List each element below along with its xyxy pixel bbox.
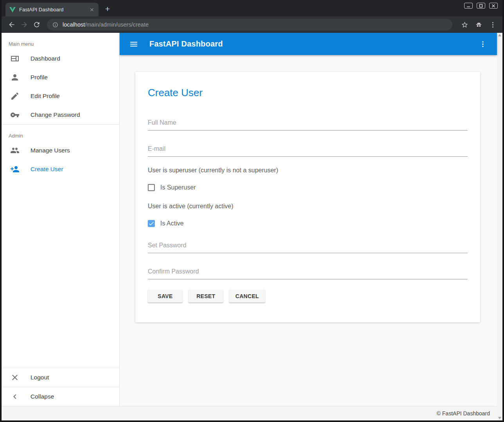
- full-name-input[interactable]: [148, 117, 468, 131]
- confirm-password-input[interactable]: [148, 266, 468, 279]
- is-active-hint: User is active (currently active): [148, 203, 468, 210]
- key-icon: [10, 110, 20, 120]
- is-active-checkbox[interactable]: [148, 220, 155, 227]
- hamburger-menu-icon[interactable]: [129, 39, 139, 49]
- reset-button[interactable]: RESET: [188, 290, 223, 302]
- url-host: localhost: [63, 21, 85, 28]
- cancel-button[interactable]: CANCEL: [229, 290, 265, 302]
- new-tab-button[interactable]: +: [102, 3, 113, 15]
- appbar-kebab-icon[interactable]: [478, 39, 488, 49]
- browser-toolbar: localhost/main/admin/users/create: [2, 16, 502, 33]
- content-area: Create User User is superuser (currently…: [120, 55, 497, 406]
- app-bar: FastAPI Dashboard: [120, 33, 497, 55]
- set-password-field-wrap: [148, 240, 468, 253]
- tab-strip: FastAPI Dashboard +: [2, 0, 502, 16]
- page: Main menu Dashboard Profile: [2, 33, 502, 420]
- main-area: FastAPI Dashboard Create User: [120, 33, 497, 406]
- superuser-hint: User is superuser (currently is not a su…: [148, 167, 468, 174]
- page-title: Create User: [148, 87, 468, 99]
- sidebar-item-edit-profile[interactable]: Edit Profile: [2, 87, 119, 106]
- sidebar-item-logout[interactable]: Logout: [2, 368, 119, 387]
- pencil-icon: [10, 91, 20, 101]
- is-superuser-label: Is Superuser: [160, 184, 196, 191]
- sidebar-item-manage-users[interactable]: Manage Users: [2, 141, 119, 160]
- dashboard-icon: [10, 54, 20, 63]
- reload-button[interactable]: [30, 18, 43, 31]
- url-path: /main/admin/users/create: [85, 21, 149, 28]
- appbar-title: FastAPI Dashboard: [149, 39, 223, 48]
- form-buttons: SAVE RESET CANCEL: [148, 290, 468, 302]
- sidebar-item-create-user[interactable]: Create User: [2, 160, 119, 179]
- minimize-button[interactable]: [464, 3, 473, 9]
- address-bar[interactable]: localhost/main/admin/users/create: [47, 19, 452, 30]
- is-superuser-checkbox[interactable]: [148, 184, 155, 191]
- back-button[interactable]: [5, 18, 18, 31]
- browser-tab[interactable]: FastAPI Dashboard: [5, 3, 99, 16]
- people-icon: [10, 146, 20, 155]
- page-footer: © FastAPI Dashboard: [2, 406, 497, 420]
- sidebar-item-dashboard[interactable]: Dashboard: [2, 49, 119, 68]
- is-active-label: Is Active: [160, 220, 184, 227]
- page-scrollbar[interactable]: [497, 33, 502, 420]
- confirm-password-field-wrap: [148, 266, 468, 279]
- email-field-wrap: [148, 143, 468, 157]
- is-active-checkbox-row[interactable]: Is Active: [148, 220, 468, 227]
- sidebar-section-admin: Admin: [2, 125, 119, 141]
- bookmark-star-icon[interactable]: [459, 19, 470, 30]
- scroll-down-icon[interactable]: [498, 417, 501, 419]
- copyright-text: © FastAPI Dashboard: [437, 410, 490, 417]
- maximize-button[interactable]: [477, 3, 485, 9]
- person-add-icon: [10, 165, 20, 174]
- person-icon: [10, 73, 20, 82]
- email-input[interactable]: [148, 143, 468, 157]
- sidebar-item-profile[interactable]: Profile: [2, 68, 119, 87]
- forward-button[interactable]: [18, 18, 30, 31]
- sidebar-section-main-menu: Main menu: [2, 33, 119, 49]
- window-controls: [464, 3, 498, 9]
- create-user-card: Create User User is superuser (currently…: [135, 72, 480, 322]
- set-password-input[interactable]: [148, 240, 468, 253]
- sidebar: Main menu Dashboard Profile: [2, 33, 120, 406]
- sidebar-item-collapse[interactable]: Collapse: [2, 387, 119, 406]
- tab-title: FastAPI Dashboard: [19, 7, 63, 13]
- sidebar-spacer: [2, 179, 119, 368]
- incognito-icon: [473, 19, 484, 30]
- browser-menu-kebab-icon[interactable]: [487, 19, 499, 30]
- save-button[interactable]: SAVE: [148, 290, 183, 302]
- browser-window: FastAPI Dashboard +: [0, 0, 504, 422]
- info-icon: [52, 22, 58, 28]
- vue-favicon-icon: [9, 7, 16, 13]
- tab-close-icon[interactable]: [88, 6, 95, 13]
- chevron-left-icon: [10, 392, 20, 401]
- sidebar-item-change-password[interactable]: Change Password: [2, 106, 119, 124]
- full-name-field-wrap: [148, 117, 468, 131]
- is-superuser-checkbox-row[interactable]: Is Superuser: [148, 184, 468, 191]
- close-window-button[interactable]: [489, 3, 498, 9]
- scroll-up-icon[interactable]: [498, 34, 501, 36]
- close-icon: [10, 373, 20, 382]
